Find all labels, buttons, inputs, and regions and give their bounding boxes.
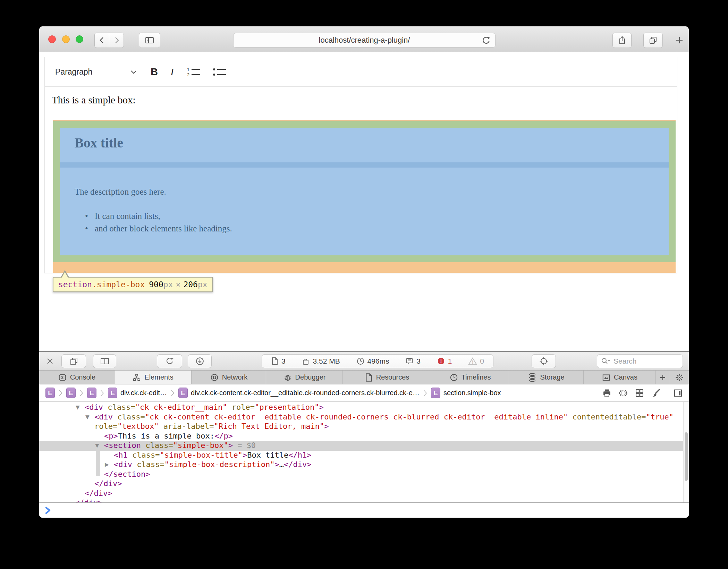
code-token: </section> bbox=[104, 470, 150, 478]
show-all-tabs-button[interactable] bbox=[643, 33, 663, 48]
zoom-window-button[interactable] bbox=[76, 35, 83, 43]
source-code-icon[interactable] bbox=[618, 388, 629, 398]
tooltip-width-unit: px bbox=[163, 280, 173, 289]
code-token: </div> bbox=[85, 489, 112, 498]
breadcrumb-item[interactable]: E div.ck.ck-edit… bbox=[108, 388, 167, 398]
download-web-archive-button[interactable] bbox=[188, 354, 212, 368]
paragraph-style-dropdown[interactable]: Paragraph bbox=[55, 67, 137, 77]
forward-button[interactable] bbox=[109, 33, 124, 48]
minimize-window-button[interactable] bbox=[62, 35, 70, 43]
disclosure-open-icon[interactable]: ▼ bbox=[95, 441, 99, 451]
dom-tree-scrollbar[interactable] bbox=[683, 402, 689, 502]
bold-button[interactable]: B bbox=[151, 66, 158, 78]
close-window-button[interactable] bbox=[48, 35, 56, 43]
reload-button[interactable] bbox=[481, 36, 491, 45]
dom-tree-row[interactable]: ▼<div class="ck ck-editor__main" role="p… bbox=[39, 403, 689, 413]
breadcrumb-item-selected[interactable]: E section.simple-box bbox=[431, 388, 501, 398]
dom-tree-row[interactable]: </div> bbox=[39, 489, 689, 499]
code-token: <section bbox=[104, 441, 141, 450]
code-token: > bbox=[324, 422, 329, 431]
styles-brush-icon[interactable] bbox=[650, 388, 661, 398]
inspector-search-field[interactable] bbox=[597, 354, 683, 368]
scrollbar-thumb[interactable] bbox=[685, 432, 688, 481]
code-token: "Rich Text Editor, main" bbox=[214, 422, 324, 431]
element-badge: E bbox=[178, 388, 188, 398]
back-icon bbox=[98, 36, 106, 44]
close-inspector-button[interactable] bbox=[46, 352, 54, 371]
tab-timelines[interactable]: Timelines bbox=[431, 371, 509, 384]
breadcrumb-item[interactable]: E bbox=[66, 388, 76, 398]
code-token: "simple-box" bbox=[173, 441, 228, 450]
chevron-right-icon bbox=[423, 390, 427, 397]
code-token: class= bbox=[141, 441, 173, 450]
breadcrumb-item[interactable]: E div.ck.ck-content.ck-editor__editable.… bbox=[178, 388, 420, 398]
breadcrumb-toolbar-icons bbox=[602, 388, 683, 398]
share-button[interactable] bbox=[612, 33, 632, 48]
errors-badge[interactable]: ! 1 bbox=[437, 357, 452, 365]
layout-grid-icon[interactable] bbox=[634, 388, 645, 398]
sidebar-toggle-button[interactable] bbox=[139, 33, 160, 48]
dom-tree-row-selected[interactable]: ▼<section class="simple-box"> = $0 bbox=[39, 441, 689, 451]
resources-tab-icon bbox=[365, 373, 373, 382]
network-tab-icon bbox=[210, 373, 219, 382]
tab-storage[interactable]: Storage bbox=[509, 371, 584, 384]
dom-tree-row[interactable]: </section> bbox=[39, 470, 689, 479]
split-panel-icon bbox=[100, 357, 110, 365]
tab-canvas[interactable]: Canvas bbox=[584, 371, 656, 384]
tooltip-height-unit: px bbox=[198, 280, 208, 289]
code-token: <div bbox=[85, 403, 103, 411]
resource-size-badge[interactable]: 3.52 MB bbox=[302, 357, 340, 365]
chevron-right-icon bbox=[100, 390, 104, 397]
search-icon bbox=[601, 357, 611, 365]
dom-tree-row[interactable]: ▼<div class="ck ck-content ck-editor__ed… bbox=[39, 413, 689, 422]
element-badge: E bbox=[108, 388, 117, 398]
dom-tree-row[interactable]: </div> bbox=[39, 479, 689, 489]
load-time-badge[interactable]: 496ms bbox=[356, 357, 389, 365]
element-picker-button[interactable] bbox=[532, 354, 556, 368]
console-prompt[interactable] bbox=[39, 502, 689, 518]
italic-button[interactable]: I bbox=[168, 66, 176, 78]
dom-tree-row[interactable]: </div> bbox=[39, 498, 689, 502]
numbered-list-button[interactable]: 1 2 bbox=[186, 66, 202, 77]
address-bar[interactable]: localhost/creating-a-plugin/ bbox=[233, 33, 496, 48]
tab-label: Debugger bbox=[295, 373, 326, 381]
dock-side-button[interactable] bbox=[93, 354, 116, 368]
detach-inspector-button[interactable] bbox=[61, 354, 86, 368]
tab-label: Resources bbox=[376, 373, 409, 381]
tab-network[interactable]: Network bbox=[192, 371, 266, 384]
dom-tree-row[interactable]: role="textbox" aria-label="Rich Text Edi… bbox=[39, 422, 689, 432]
back-button[interactable] bbox=[94, 33, 109, 48]
tab-elements[interactable]: Elements bbox=[115, 371, 192, 384]
documents-badge[interactable]: 3 bbox=[271, 357, 286, 365]
bulleted-list-button[interactable] bbox=[212, 66, 227, 77]
warnings-badge[interactable]: ! 0 bbox=[468, 357, 484, 365]
tab-resources[interactable]: Resources bbox=[343, 371, 431, 384]
code-token: </div> bbox=[75, 498, 102, 502]
print-icon[interactable] bbox=[602, 388, 612, 398]
breadcrumb-item[interactable]: E bbox=[45, 388, 55, 398]
disclosure-open-icon[interactable]: ▼ bbox=[76, 403, 80, 413]
inspector-settings-button[interactable] bbox=[670, 371, 689, 384]
dom-tree-row[interactable]: <h1 class="simple-box-title">Box title</… bbox=[39, 451, 689, 460]
disclosure-open-icon[interactable]: ▼ bbox=[85, 413, 90, 422]
code-token: "ck ck-editor__main" bbox=[135, 403, 227, 411]
box-list: It can contain lists, and other block el… bbox=[85, 210, 232, 235]
breadcrumb: E E E E div.ck.ck-edit… E div.ck.ck-cont… bbox=[39, 384, 689, 402]
new-tab-button[interactable] bbox=[671, 33, 687, 48]
tab-console[interactable]: Console bbox=[39, 371, 115, 384]
breadcrumb-item[interactable]: E bbox=[87, 388, 96, 398]
tab-debugger[interactable]: Debugger bbox=[266, 371, 343, 384]
add-tab-button[interactable] bbox=[656, 371, 670, 384]
rich-text-editable-area[interactable]: This is a simple box: Box title The desc… bbox=[45, 87, 677, 273]
reload-page-button[interactable] bbox=[157, 354, 182, 368]
search-input[interactable] bbox=[613, 357, 671, 365]
details-sidebar-icon[interactable] bbox=[673, 388, 683, 398]
dom-tree-row[interactable]: <p>This is a simple box:</p> bbox=[39, 432, 689, 441]
tooltip-class: .simple-box bbox=[92, 280, 145, 289]
dom-tree-row[interactable]: ▶<div class="simple-box-description">…</… bbox=[39, 460, 689, 470]
sidebar-icon bbox=[145, 36, 154, 44]
console-messages-badge[interactable]: 3 bbox=[405, 357, 421, 365]
share-icon bbox=[618, 36, 626, 45]
code-token: <div bbox=[114, 460, 132, 469]
disclosure-closed-icon[interactable]: ▶ bbox=[105, 460, 109, 470]
